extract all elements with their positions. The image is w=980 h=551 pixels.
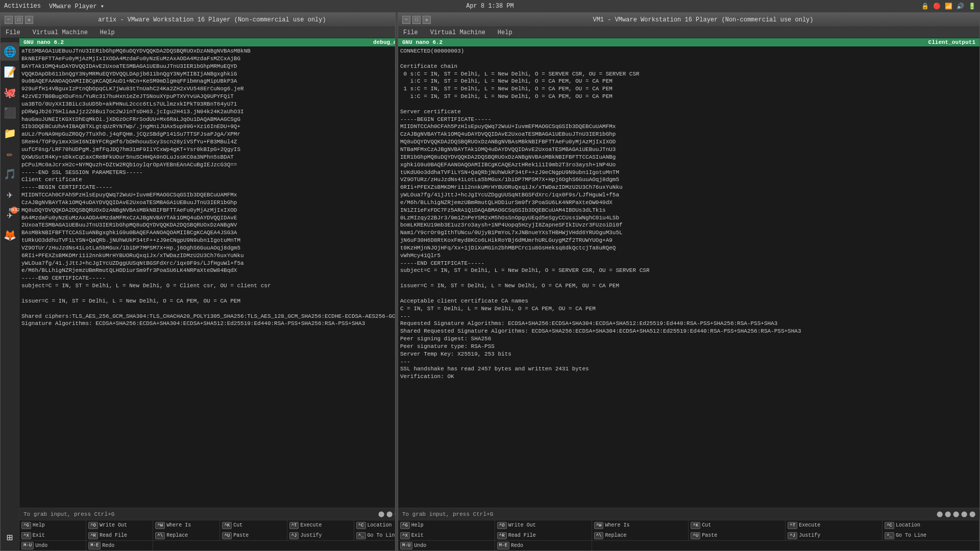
shortcut-label-redo-r: Redo: [511, 543, 523, 549]
shortcut-execute-left[interactable]: ^T Execute: [287, 520, 354, 531]
shortcut-justify-right[interactable]: ^J Justify: [786, 531, 883, 541]
shortcut-gotoline-left[interactable]: ^_ Go To Line: [354, 531, 395, 541]
shortcut-label-cut: Cut: [233, 522, 242, 529]
system-bar-right: 🔒 🔴 📶 🔊 🔋: [657, 3, 976, 10]
shortcut-key-writeout: ^O: [88, 522, 98, 530]
left-status-text: To grab input, press Ctrl+G: [23, 511, 114, 517]
vmware-player-menu[interactable]: VMware Player ▾: [49, 3, 104, 10]
shortcut-redo-left[interactable]: M-E Redo: [86, 541, 153, 550]
shortcut-label-exit: Exit: [33, 533, 45, 539]
files-icon: 📁: [4, 127, 16, 140]
right-nano-shortcuts: ^G Help ^O Write Out ^W Where Is ^K Cut: [398, 520, 979, 540]
shortcut-paste-right[interactable]: ^U Paste: [689, 531, 786, 541]
shortcut-key-exit-r: ^X: [400, 532, 410, 540]
shortcut-replace-right[interactable]: ^\ Replace: [592, 531, 689, 541]
shortcut-paste-left[interactable]: ^U Paste: [220, 531, 287, 541]
sidebar-icon-files[interactable]: 📁: [1, 124, 19, 142]
left-vmware-window: ─ □ ✕ artix - VMware Workstation 16 Play…: [0, 12, 396, 551]
shortcut-label-paste-r: Paste: [702, 533, 717, 539]
right-terminal-container: GNU nano 6.2 Client_output1 CONNECTED(00…: [398, 38, 979, 550]
shortcut-whereis-right[interactable]: ^W Where Is: [592, 520, 689, 531]
sidebar-icon-paint[interactable]: ✏: [1, 144, 19, 163]
maximize-btn-left[interactable]: □: [15, 16, 23, 24]
right-menu-help[interactable]: Help: [495, 28, 516, 37]
sidebar-icon-apps[interactable]: ⊞: [1, 528, 19, 546]
sidebar-bottom: ⊞: [1, 528, 19, 546]
shortcut-cut-left[interactable]: ^K Cut: [220, 520, 287, 531]
left-status-icons: ⬤ ⬤ ⬤ ⬤ ⬤: [378, 511, 395, 517]
shortcut-exit-right[interactable]: ^X Exit: [398, 531, 495, 541]
left-menubar: File Virtual Machine Help: [1, 27, 395, 38]
left-status-icon3: ⬤: [395, 511, 395, 517]
right-nano-title-right: Client_output1: [928, 39, 975, 45]
shortcut-label-readfile-r: Read File: [508, 533, 536, 539]
maximize-btn-right[interactable]: □: [412, 16, 421, 24]
shortcut-key-exit: ^X: [21, 532, 31, 540]
chrome-icon: 🌐: [4, 45, 16, 58]
minimize-btn-right[interactable]: ─: [402, 16, 410, 24]
shortcut-replace-left[interactable]: ^\ Replace: [153, 531, 220, 541]
right-menu-file[interactable]: File: [400, 28, 421, 37]
left-menu-help[interactable]: Help: [97, 28, 118, 37]
shortcut-help-left[interactable]: ^G Help: [19, 520, 86, 531]
left-terminal-content[interactable]: aTESMBAGA1UEBuuJTnU3IER1bGhpMQ8uDQYDVQQK…: [19, 46, 395, 508]
sidebar-icon-spotify[interactable]: 🎵: [1, 165, 19, 183]
shortcut-exit-left[interactable]: ^X Exit: [19, 531, 86, 541]
right-window-controls[interactable]: ─ □ ✕: [402, 16, 431, 24]
shortcut-undo-right[interactable]: M-U Undo: [398, 541, 495, 550]
shortcut-key-replace: ^\: [155, 532, 165, 540]
volume-icon: 🔊: [957, 3, 964, 10]
shortcut-label-readfile: Read File: [100, 533, 127, 539]
shortcut-location-right[interactable]: ^C Location: [883, 520, 979, 531]
left-nano-shortcuts-row2: M-U Undo M-E Redo: [19, 540, 395, 550]
sidebar-icon-vscode[interactable]: 📝: [1, 63, 19, 81]
shortcut-justify-left[interactable]: ^J Justify: [287, 531, 354, 541]
left-window-controls[interactable]: ─ □ ✕: [5, 16, 33, 24]
shortcut-key-cut: ^K: [222, 522, 232, 530]
shortcut-label-whereis: Where Is: [166, 522, 191, 529]
shortcut-label-help: Help: [33, 522, 45, 529]
left-menu-vm[interactable]: Virtual Machine: [30, 28, 91, 37]
shortcut-gotoline-right[interactable]: ^_ Go To Line: [883, 531, 979, 541]
sidebar-icon-firefox[interactable]: 🦊: [1, 226, 19, 244]
right-status-icon4: ⬤: [961, 511, 967, 517]
shortcut-execute-right[interactable]: ^T Execute: [786, 520, 883, 531]
shortcut-whereis-left[interactable]: ^W Where Is: [153, 520, 220, 531]
sidebar-icon-github[interactable]: 🐙: [1, 83, 19, 102]
shortcut-cut-right[interactable]: ^K Cut: [689, 520, 786, 531]
shortcut-label-gotoline-r: Go To Line: [896, 533, 926, 539]
github-icon: 🐙: [4, 86, 16, 99]
shortcut-location-left[interactable]: ^C Location: [354, 520, 395, 531]
right-nano-titlebar: GNU nano 6.2 Client_output1: [398, 38, 979, 46]
right-menu-vm[interactable]: Virtual Machine: [427, 28, 488, 37]
shortcut-key-gotoline-r: ^_: [885, 532, 894, 540]
minimize-btn-left[interactable]: ─: [5, 16, 13, 24]
sidebar-icon-telegram[interactable]: ✈: [1, 185, 19, 204]
shortcut-undo-left[interactable]: M-U Undo: [19, 541, 86, 550]
left-sidebar: 🌐 📝 🐙 ⬛ 📁 ✏ 🎵: [1, 38, 19, 550]
shortcut-label-undo: Undo: [35, 543, 47, 549]
firefox-icon: 🦊: [4, 229, 16, 242]
right-status-icon1: ⬤: [937, 511, 943, 517]
shortcut-label-replace-r: Replace: [605, 533, 626, 539]
left-menu-file[interactable]: File: [3, 28, 23, 37]
shortcut-redo-right[interactable]: M-E Redo: [495, 541, 592, 550]
sidebar-icon-terminal[interactable]: ⬛: [1, 104, 19, 122]
shortcut-help-right[interactable]: ^G Help: [398, 520, 495, 531]
shortcut-readfile-left[interactable]: ^R Read File: [86, 531, 153, 541]
shortcut-readfile-right[interactable]: ^R Read File: [495, 531, 592, 541]
left-nano-titlebar: GNU nano 6.2 debug_output2: [19, 38, 395, 46]
right-terminal-content[interactable]: CONNECTED(00000003) Certificate chain 0 …: [398, 46, 979, 508]
activities-button[interactable]: Activities: [4, 3, 41, 10]
shortcut-key-redo: M-E: [88, 542, 101, 549]
close-btn-right[interactable]: ✕: [423, 16, 431, 24]
sidebar-icon-notifications[interactable]: ✈ 8932: [1, 206, 19, 224]
shortcut-label-paste: Paste: [233, 533, 249, 539]
shortcut-writeout-left[interactable]: ^O Write Out: [86, 520, 153, 531]
apps-icon: ⊞: [7, 531, 13, 544]
spotify-icon: 🎵: [4, 168, 16, 181]
close-btn-left[interactable]: ✕: [25, 16, 33, 24]
system-tray-icon: 🔒: [921, 3, 929, 10]
sidebar-icon-chrome[interactable]: 🌐: [1, 42, 19, 61]
shortcut-writeout-right[interactable]: ^O Write Out: [495, 520, 592, 531]
